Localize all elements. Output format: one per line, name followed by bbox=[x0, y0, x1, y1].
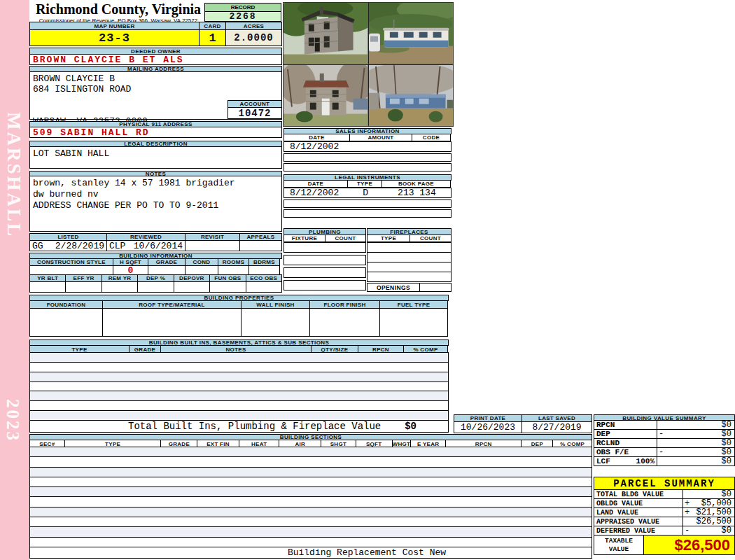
account-box: ACCOUNT 10472 bbox=[227, 100, 282, 119]
table-row bbox=[29, 352, 449, 363]
record-box: RECORD 2268 bbox=[204, 3, 281, 22]
fuel-type-value bbox=[379, 308, 448, 337]
bvs-row-obs: OBS F/E - $0 bbox=[594, 447, 735, 457]
col-fp-type: TYPE bbox=[367, 234, 410, 242]
sidebar: MARSHALL 2023 bbox=[0, 0, 29, 560]
built-ins-total-label: Total Built Ins, Plumbing & Fireplace Va… bbox=[128, 421, 381, 432]
reviewed-value: CLP 10/6/2014 bbox=[106, 240, 186, 251]
fireplace-row bbox=[367, 252, 451, 262]
rem-yr-value bbox=[102, 281, 138, 293]
li-row-2 bbox=[284, 200, 451, 208]
acres-value: 2.0000 bbox=[225, 29, 282, 46]
table-row bbox=[29, 537, 592, 547]
eff-yr-value bbox=[65, 281, 102, 293]
notes-line-3: ADDRESS CHANGE PER PO TO TO 9-2011 bbox=[30, 200, 281, 211]
bvs-row-rpcn: RPCN $0 bbox=[594, 420, 735, 430]
building-sections-empty-rows bbox=[29, 447, 592, 547]
col-fixture-count: COUNT bbox=[325, 234, 366, 242]
bvs-row-rclnd: RCLND $0 bbox=[594, 438, 735, 448]
yr-blt-value bbox=[29, 281, 66, 293]
photo-trailer-in-trees[interactable] bbox=[369, 65, 454, 127]
mailing-line-1: BROWN CLAYCIE B bbox=[30, 72, 281, 84]
depovr-value bbox=[174, 281, 210, 293]
building-value-summary: RPCN $0 DEP - $0 RCLND $0 OBS F/E - $0 L… bbox=[594, 421, 735, 466]
taxable-value-label: TAXABLE VALUE bbox=[594, 535, 644, 555]
map-number-value: 23-3 bbox=[29, 29, 200, 46]
table-row bbox=[29, 362, 449, 372]
fun-obs-value bbox=[209, 281, 246, 293]
deeded-owner-value: BROWN CLAYCIE B ET ALS bbox=[29, 54, 282, 65]
photo-mobile-home[interactable] bbox=[369, 3, 454, 64]
table-row bbox=[29, 447, 592, 457]
table-row bbox=[29, 400, 449, 411]
col-sale-date: DATE bbox=[284, 134, 350, 141]
table-row bbox=[29, 507, 592, 517]
fireplace-row bbox=[367, 242, 451, 253]
roof-type-value bbox=[102, 308, 241, 337]
ps-row-obldg: OBLDG VALUE + $5,000 bbox=[594, 498, 735, 508]
reviewed-date: 10/6/2014 bbox=[134, 241, 183, 251]
foundation-value bbox=[29, 308, 103, 337]
appeals-value bbox=[239, 240, 282, 251]
sale-row-3 bbox=[284, 163, 451, 172]
table-row bbox=[29, 467, 592, 477]
card-value: 1 bbox=[199, 29, 226, 46]
wall-finish-value bbox=[241, 308, 310, 337]
reviewed-by: CLP bbox=[109, 241, 125, 251]
table-row bbox=[29, 410, 449, 421]
building-replacement-footer: Building Replacement Cost New bbox=[29, 547, 592, 559]
floor-finish-value bbox=[309, 308, 380, 337]
ps-row-total-bldg: TOTAL BLDG VALUE $0 bbox=[594, 489, 735, 499]
col-sale-amount: AMOUNT bbox=[349, 134, 412, 141]
notes-line-1: brown, stanley 14 x 57 1981 brigadier bbox=[30, 176, 281, 188]
ps-row-deferred: DEFERRED VALUE - $0 bbox=[594, 526, 735, 536]
county-header: Richmond County, Virginia Commissioner o… bbox=[34, 1, 203, 24]
notes-box: brown, stanley 14 x 57 1981 brigadier dw… bbox=[29, 176, 282, 232]
openings-value bbox=[419, 283, 451, 292]
legal-description-value: LOT SABIN HALL bbox=[29, 146, 282, 169]
listed-value: GG 2/28/2019 bbox=[29, 240, 107, 251]
photo-two-story-house[interactable] bbox=[284, 3, 368, 64]
sale-row-1: 8/12/2002 bbox=[284, 141, 451, 152]
property-photos bbox=[283, 2, 454, 127]
col-li-type: TYPE bbox=[347, 180, 382, 188]
taxable-value: $26,500 bbox=[643, 535, 735, 555]
cond-value bbox=[185, 265, 218, 275]
bvs-row-lcf: LCF100% $0 bbox=[594, 456, 735, 466]
table-row bbox=[29, 526, 592, 537]
print-date-value: 10/26/2023 bbox=[454, 421, 522, 433]
bdrms-value bbox=[248, 265, 280, 275]
plumbing-row bbox=[284, 255, 366, 265]
notes-line-2: dw burned nv bbox=[30, 189, 281, 200]
li-row-1: 8/12/2002 D 213 134 bbox=[284, 188, 451, 198]
table-row bbox=[29, 496, 592, 507]
table-row bbox=[29, 477, 592, 487]
property-record-card: MARSHALL 2023 Richmond County, Virginia … bbox=[0, 0, 735, 560]
built-ins-total-value: $0 bbox=[405, 421, 416, 432]
vendor-label: MARSHALL bbox=[3, 112, 24, 238]
col-fixture: FIXTURE bbox=[284, 234, 326, 242]
ps-row-appraised: APPRAISED VALUE $26,500 bbox=[594, 517, 735, 526]
account-value: 10472 bbox=[227, 107, 282, 119]
bvs-row-dep: DEP - $0 bbox=[594, 429, 735, 439]
table-row bbox=[29, 517, 592, 527]
plumbing-row bbox=[284, 280, 366, 290]
dep-pct-value bbox=[137, 281, 174, 293]
table-row bbox=[29, 456, 592, 467]
col-sale-code: CODE bbox=[412, 134, 451, 141]
sale-row-2 bbox=[284, 153, 451, 162]
parcel-summary-title: PARCEL SUMMARY bbox=[594, 477, 735, 490]
li-type: D bbox=[348, 188, 383, 198]
grade-value bbox=[148, 265, 186, 275]
mailing-line-2: 684 ISLINGTON ROAD bbox=[30, 84, 281, 94]
col-fp-count: COUNT bbox=[410, 234, 451, 242]
plumbing-row bbox=[284, 242, 366, 253]
fireplace-row bbox=[367, 272, 451, 282]
county-title: Richmond County, Virginia bbox=[34, 1, 203, 18]
col-li-date: DATE bbox=[284, 180, 348, 188]
hsqft-value: 0 bbox=[113, 265, 148, 275]
li-row-3 bbox=[284, 209, 451, 218]
photo-house-front[interactable] bbox=[284, 65, 368, 127]
revisit-value bbox=[185, 240, 240, 251]
table-row bbox=[29, 486, 592, 497]
